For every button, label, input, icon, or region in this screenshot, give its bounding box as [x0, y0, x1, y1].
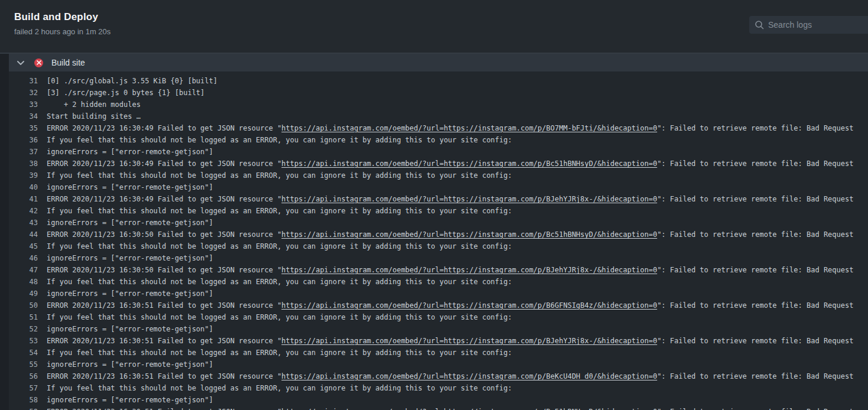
log-line: 36If you feel that this should not be lo…	[9, 134, 868, 146]
log-line: 40ignoreErrors = ["error-remote-getjson"…	[9, 181, 868, 193]
log-line: 34Start building sites …	[9, 110, 868, 122]
log-line: 35ERROR 2020/11/23 16:30:49 Failed to ge…	[9, 122, 868, 134]
log-line-text: ignoreErrors = ["error-remote-getjson"]	[47, 217, 213, 229]
log-line-number: 46	[9, 252, 38, 264]
log-link[interactable]: https://api.instagram.com/oembed/?url=ht…	[281, 301, 657, 310]
log-line-text: ERROR 2020/11/23 16:30:51 Failed to get …	[47, 300, 853, 311]
log-link[interactable]: https://api.instagram.com/oembed/?url=ht…	[281, 230, 657, 239]
log-line-number: 41	[9, 193, 38, 205]
log-line-text: If you feel that this should not be logg…	[47, 170, 512, 181]
log-line-number: 59	[9, 406, 38, 410]
log-link[interactable]: https://api.instagram.com/oembed/?url=ht…	[281, 266, 657, 274]
log-line-text: ignoreErrors = ["error-remote-getjson"]	[47, 252, 213, 264]
log-line-number: 36	[9, 134, 38, 146]
log-link[interactable]: https://api.instagram.com/oembed/?url=ht…	[281, 195, 657, 203]
log-line-text: If you feel that this should not be logg…	[47, 276, 512, 288]
log-line-number: 38	[9, 158, 38, 170]
log-line: 41ERROR 2020/11/23 16:30:49 Failed to ge…	[9, 193, 868, 205]
log-line: 33 + 2 hidden modules	[9, 99, 868, 110]
build-log[interactable]: 31[0] ./src/global.js 3.55 KiB {0} [buil…	[9, 71, 868, 410]
log-line: 57If you feel that this should not be lo…	[9, 382, 868, 394]
log-link[interactable]: https://api.instagram.com/oembed/?url=ht…	[281, 124, 657, 132]
log-line-number: 51	[9, 311, 38, 323]
deploy-header: Build and Deploy failed 2 hours ago in 1…	[0, 0, 868, 53]
log-line-number: 44	[9, 229, 38, 240]
log-line: 38ERROR 2020/11/23 16:30:49 Failed to ge…	[9, 158, 868, 170]
log-line-number: 42	[9, 205, 38, 217]
log-line: 56ERROR 2020/11/23 16:30:51 Failed to ge…	[9, 370, 868, 382]
log-link[interactable]: https://api.instagram.com/oembed/?url=ht…	[281, 372, 657, 380]
log-line: 45If you feel that this should not be lo…	[9, 240, 868, 252]
search-logs-input[interactable]	[768, 20, 857, 30]
log-line: 50ERROR 2020/11/23 16:30:51 Failed to ge…	[9, 300, 868, 311]
log-line-text: [3] ./src/page.js 0 bytes {1} [built]	[47, 87, 204, 99]
log-line-text: ERROR 2020/11/23 16:30:51 Failed to get …	[47, 370, 853, 382]
log-line-text: + 2 hidden modules	[47, 99, 141, 110]
log-line-number: 34	[9, 110, 38, 122]
log-line-text: ignoreErrors = ["error-remote-getjson"]	[47, 288, 213, 300]
section-label: Build site	[51, 58, 85, 67]
log-line-text: ERROR 2020/11/23 16:30:51 Failed to get …	[47, 406, 853, 410]
log-line-text: [0] ./src/global.js 3.55 KiB {0} [built]	[47, 75, 217, 87]
log-line-number: 37	[9, 146, 38, 158]
log-line-number: 33	[9, 99, 38, 110]
error-x-icon	[34, 58, 43, 67]
log-line-number: 58	[9, 394, 38, 406]
chevron-down-icon[interactable]	[17, 60, 25, 66]
log-line-text: ERROR 2020/11/23 16:30:49 Failed to get …	[47, 193, 853, 205]
log-line-text: ignoreErrors = ["error-remote-getjson"]	[47, 146, 213, 158]
log-line-text: Start building sites …	[47, 110, 141, 122]
log-line-number: 39	[9, 170, 38, 181]
log-line-number: 54	[9, 347, 38, 359]
log-line-number: 53	[9, 335, 38, 347]
log-line: 37ignoreErrors = ["error-remote-getjson"…	[9, 146, 868, 158]
log-line-text: ignoreErrors = ["error-remote-getjson"]	[47, 359, 213, 370]
log-line-text: ERROR 2020/11/23 16:30:50 Failed to get …	[47, 229, 853, 240]
log-line: 58ignoreErrors = ["error-remote-getjson"…	[9, 394, 868, 406]
log-line-text: If you feel that this should not be logg…	[47, 311, 512, 323]
log-link[interactable]: https://api.instagram.com/oembed/?url=ht…	[281, 337, 657, 345]
log-line: 44ERROR 2020/11/23 16:30:50 Failed to ge…	[9, 229, 868, 240]
search-logs-box[interactable]	[749, 16, 868, 34]
log-link[interactable]: https://api.instagram.com/oembed/?url=ht…	[281, 160, 657, 168]
log-line-text: ERROR 2020/11/23 16:30:49 Failed to get …	[47, 158, 853, 170]
log-line-text: If you feel that this should not be logg…	[47, 134, 512, 146]
log-line: 47ERROR 2020/11/23 16:30:50 Failed to ge…	[9, 264, 868, 276]
log-line-number: 49	[9, 288, 38, 300]
log-line: 49ignoreErrors = ["error-remote-getjson"…	[9, 288, 868, 300]
log-line-number: 52	[9, 323, 38, 335]
log-line: 51If you feel that this should not be lo…	[9, 311, 868, 323]
log-line-text: ignoreErrors = ["error-remote-getjson"]	[47, 394, 213, 406]
log-link[interactable]: https://api.instagram.com/oembed/?url=ht…	[281, 408, 657, 410]
log-line: 53ERROR 2020/11/23 16:30:51 Failed to ge…	[9, 335, 868, 347]
log-line: 32[3] ./src/page.js 0 bytes {1} [built]	[9, 87, 868, 99]
log-line: 42If you feel that this should not be lo…	[9, 205, 868, 217]
log-line: 59ERROR 2020/11/23 16:30:51 Failed to ge…	[9, 406, 868, 410]
log-line: 52ignoreErrors = ["error-remote-getjson"…	[9, 323, 868, 335]
log-line-number: 56	[9, 370, 38, 382]
log-line: 31[0] ./src/global.js 3.55 KiB {0} [buil…	[9, 75, 868, 87]
log-line-number: 47	[9, 264, 38, 276]
log-line-number: 32	[9, 87, 38, 99]
log-line-number: 45	[9, 240, 38, 252]
log-line-number: 57	[9, 382, 38, 394]
log-line: 39If you feel that this should not be lo…	[9, 170, 868, 181]
log-line-number: 48	[9, 276, 38, 288]
log-line-number: 35	[9, 122, 38, 134]
log-line-text: If you feel that this should not be logg…	[47, 240, 512, 252]
log-line-number: 50	[9, 300, 38, 311]
search-icon	[755, 20, 764, 30]
log-line-text: If you feel that this should not be logg…	[47, 347, 512, 359]
log-line-number: 40	[9, 181, 38, 193]
log-line: 43ignoreErrors = ["error-remote-getjson"…	[9, 217, 868, 229]
log-line-text: If you feel that this should not be logg…	[47, 382, 512, 394]
log-line: 48If you feel that this should not be lo…	[9, 276, 868, 288]
log-line: 54If you feel that this should not be lo…	[9, 347, 868, 359]
log-line-number: 55	[9, 359, 38, 370]
build-site-section-header[interactable]: Build site	[9, 54, 868, 71]
log-line: 55ignoreErrors = ["error-remote-getjson"…	[9, 359, 868, 370]
log-line: 46ignoreErrors = ["error-remote-getjson"…	[9, 252, 868, 264]
log-line-text: ignoreErrors = ["error-remote-getjson"]	[47, 181, 213, 193]
log-line-text: ignoreErrors = ["error-remote-getjson"]	[47, 323, 213, 335]
log-line-text: ERROR 2020/11/23 16:30:50 Failed to get …	[47, 264, 853, 276]
